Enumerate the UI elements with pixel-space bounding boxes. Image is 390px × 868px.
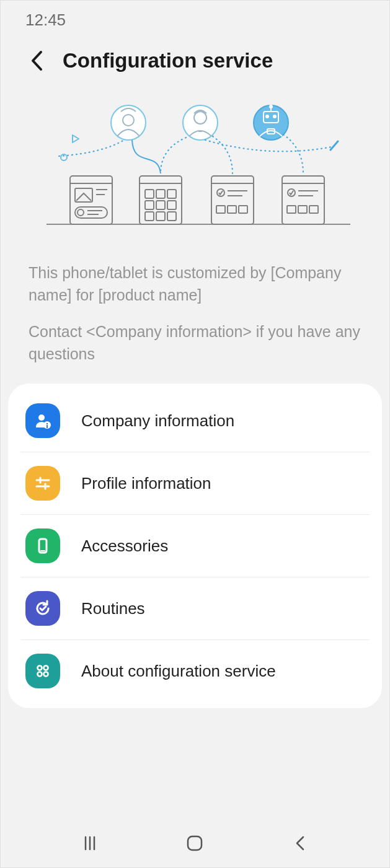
description-block: This phone/tablet is customized by [Comp…: [1, 237, 389, 384]
svg-rect-19: [156, 212, 165, 221]
svg-point-7: [78, 209, 84, 216]
phone-shape-icon: [25, 528, 60, 563]
svg-point-52: [38, 414, 45, 421]
svg-rect-36: [309, 206, 318, 213]
system-nav-bar: [0, 818, 390, 868]
description-line-2: Contact <Company information> if you hav…: [29, 320, 361, 366]
sliders-icon: [25, 466, 60, 501]
svg-rect-54: [47, 423, 48, 424]
svg-point-65: [44, 672, 48, 677]
svg-rect-17: [167, 201, 176, 209]
svg-rect-34: [287, 206, 296, 213]
svg-rect-28: [239, 206, 247, 213]
svg-rect-20: [167, 212, 176, 221]
svg-rect-14: [167, 190, 176, 198]
person-info-icon: [25, 403, 60, 438]
svg-rect-26: [216, 206, 225, 213]
recents-button[interactable]: [78, 831, 102, 856]
svg-rect-55: [47, 425, 48, 428]
svg-rect-13: [156, 190, 165, 198]
menu-item-profile-information[interactable]: Profile information: [20, 452, 370, 515]
hero-illustration: [1, 85, 389, 237]
menu-item-label: About configuration service: [81, 662, 276, 681]
svg-rect-12: [145, 190, 154, 198]
svg-point-64: [38, 672, 42, 677]
app-header: Configuration service: [1, 30, 389, 85]
svg-rect-6: [75, 207, 107, 218]
description-line-1: This phone/tablet is customized by [Comp…: [29, 261, 361, 307]
home-icon: [185, 834, 204, 853]
page-title: Configuration service: [63, 49, 273, 72]
back-button[interactable]: [25, 50, 48, 72]
menu-item-label: Routines: [81, 599, 145, 618]
chevron-left-icon: [293, 834, 307, 853]
svg-point-44: [266, 115, 268, 118]
menu-item-label: Company information: [81, 411, 234, 431]
svg-line-51: [330, 141, 338, 150]
menu-item-routines[interactable]: Routines: [20, 577, 370, 640]
menu-item-accessories[interactable]: Accessories: [20, 515, 370, 577]
chevron-left-icon: [30, 50, 43, 71]
four-dots-icon: [25, 654, 60, 688]
recents-icon: [81, 835, 99, 852]
svg-point-45: [273, 115, 276, 118]
svg-point-37: [111, 105, 146, 140]
svg-rect-27: [228, 206, 236, 213]
status-bar: 12:45: [1, 1, 389, 30]
svg-rect-18: [145, 212, 154, 221]
devices-illustration: [34, 100, 357, 237]
status-time: 12:45: [25, 11, 66, 29]
menu-item-label: Profile information: [81, 474, 211, 493]
menu-item-company-information[interactable]: Company information: [20, 390, 370, 452]
svg-rect-16: [156, 201, 165, 209]
menu-item-label: Accessories: [81, 537, 168, 556]
menu-item-about[interactable]: About configuration service: [20, 640, 370, 702]
svg-rect-15: [145, 201, 154, 209]
svg-point-47: [270, 105, 272, 108]
home-button[interactable]: [182, 831, 207, 856]
refresh-check-icon: [25, 591, 60, 626]
back-nav-button[interactable]: [288, 831, 312, 856]
svg-marker-50: [73, 135, 79, 142]
svg-point-63: [44, 666, 48, 670]
svg-rect-35: [298, 206, 307, 213]
svg-rect-69: [188, 836, 202, 850]
menu-card: Company information Profile information …: [8, 384, 382, 708]
svg-point-62: [38, 666, 42, 670]
